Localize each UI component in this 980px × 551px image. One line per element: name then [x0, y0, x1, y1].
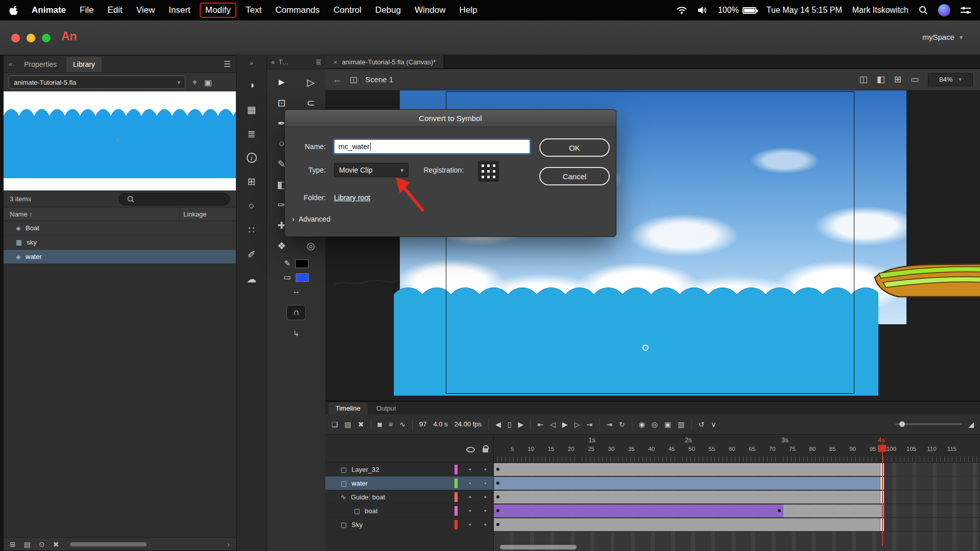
layer-lock-dot[interactable]: • [484, 493, 487, 501]
keyframe-dot[interactable] [496, 468, 499, 471]
registration-grid[interactable] [478, 161, 499, 182]
loop-button[interactable]: ↻ [619, 420, 625, 428]
layer-lock-dot[interactable]: • [484, 507, 487, 515]
folder-value-link[interactable]: Library root [334, 194, 370, 202]
cc-libraries-icon[interactable]: ☁ [247, 273, 256, 285]
lasso-tool[interactable]: ⊂ [307, 97, 315, 109]
tab-properties[interactable]: Properties [17, 57, 63, 72]
grid-icon[interactable]: ⊞ [894, 74, 901, 85]
transform-panel-icon[interactable]: ⊞ [248, 176, 256, 187]
library-search-input[interactable] [118, 193, 230, 205]
layer-lock-dot[interactable]: • [484, 480, 487, 487]
menubar-user[interactable]: Mark Itskowitch [852, 6, 909, 15]
library-item-boat[interactable]: ◈ Boat [4, 221, 236, 235]
tab-timeline[interactable]: Timeline [328, 402, 368, 414]
new-folder-button[interactable]: ▤ [345, 420, 351, 428]
frame-span[interactable] [494, 463, 884, 476]
library-item-water[interactable]: ◈ water [4, 250, 236, 264]
new-layer-button[interactable]: ❏ [331, 420, 338, 428]
new-folder-button[interactable]: ▤ [24, 540, 31, 548]
frames-row-layer32[interactable] [494, 463, 980, 476]
layer-color-swatch[interactable] [455, 520, 458, 530]
zoom-tool[interactable]: ◎ [306, 240, 315, 252]
library-document-select[interactable]: animate-Tutorial-5.fla ▾ [9, 76, 185, 89]
selected-frame-span[interactable] [494, 477, 884, 490]
play-button[interactable]: ▶ [562, 420, 568, 428]
new-symbol-button[interactable]: ⊞ [10, 540, 16, 548]
spotlight-icon[interactable] [919, 6, 928, 15]
extend-frames-button[interactable]: ⇥ [606, 420, 612, 428]
frame-span[interactable] [494, 491, 884, 504]
onion-skin-button[interactable]: ◉ [639, 420, 645, 428]
swap-colors-icon[interactable]: ↔ [293, 286, 300, 295]
next-frame-button[interactable]: ▷ [575, 420, 580, 428]
control-center-icon[interactable] [961, 7, 971, 14]
menu-debug[interactable]: Debug [375, 5, 401, 15]
info-panel-icon[interactable]: i [247, 153, 257, 163]
minimize-window-button[interactable] [27, 34, 35, 42]
menu-modify[interactable]: Modify [200, 3, 236, 18]
onion-range-button[interactable]: ▥ [678, 420, 684, 428]
transformation-point[interactable] [642, 345, 649, 351]
keyframe-dot[interactable] [496, 495, 499, 498]
workspace-switcher[interactable]: mySpace ▾ [922, 33, 963, 41]
subselection-tool[interactable]: ▷ [307, 77, 315, 88]
user-avatar[interactable] [938, 4, 950, 16]
current-frame-value[interactable]: 97 [419, 420, 426, 428]
menu-text[interactable]: Text [246, 5, 261, 15]
clip-content-icon[interactable]: ▭ [911, 74, 919, 85]
menu-file[interactable]: File [80, 5, 93, 15]
layer-color-swatch[interactable] [455, 506, 458, 516]
boat-symbol[interactable] [872, 262, 980, 303]
history-panel-icon[interactable]: ○ [249, 200, 254, 211]
collapse-panel-icon[interactable]: « [9, 60, 12, 68]
menu-insert[interactable]: Insert [169, 5, 190, 15]
layer-visibility-dot[interactable]: • [469, 466, 471, 473]
tab-output[interactable]: Output [369, 402, 403, 414]
volume-icon[interactable] [698, 6, 708, 14]
edit-multiple-frames-button[interactable]: ▣ [664, 420, 671, 428]
return-icon[interactable]: ↳ [293, 329, 300, 338]
advanced-disclosure[interactable]: › Advanced [292, 215, 330, 223]
free-transform-tool[interactable]: ⊡ [278, 97, 286, 109]
swatches-panel-icon[interactable]: ▦ [247, 104, 256, 115]
frame-span[interactable] [783, 505, 884, 517]
prev-frame-button[interactable]: ◁ [550, 420, 556, 428]
cancel-button[interactable]: Cancel [539, 167, 610, 185]
close-window-button[interactable] [11, 34, 20, 42]
delete-layer-button[interactable]: ✖ [358, 420, 364, 428]
frame-span[interactable] [494, 518, 884, 531]
menu-control[interactable]: Control [333, 5, 362, 15]
menu-view[interactable]: View [136, 5, 155, 15]
timeline-options-icon[interactable]: ∨ [711, 420, 716, 428]
layer-row-sky[interactable]: ▢ Sky • • [325, 518, 493, 532]
back-arrow-icon[interactable]: ← [332, 74, 342, 85]
menu-commands[interactable]: Commands [275, 5, 320, 15]
layer-color-swatch[interactable] [455, 465, 458, 474]
snap-to-objects-button[interactable]: ∩ [286, 305, 306, 320]
symbol-name-input[interactable]: mc_water [334, 139, 530, 154]
layer-lock-dot[interactable]: • [484, 521, 487, 529]
menu-edit[interactable]: Edit [107, 5, 122, 15]
battery-indicator[interactable]: 100% [718, 6, 756, 15]
onion-skin-outline-button[interactable]: ◎ [652, 420, 658, 428]
layer-row-guide-boat[interactable]: ∿ Guide: boat • • [325, 490, 493, 504]
keyframe-dot[interactable] [496, 523, 499, 526]
step-forward-button[interactable]: ▶ [518, 420, 524, 428]
edit-scene-icon[interactable]: ◫ [859, 74, 868, 85]
menu-help[interactable]: Help [459, 5, 477, 15]
layer-color-swatch[interactable] [455, 478, 458, 488]
timeline-zoom-slider[interactable] [895, 423, 962, 425]
ok-button[interactable]: OK [539, 138, 610, 157]
layer-row-boat[interactable]: ▢ boat • • [325, 504, 493, 518]
brush-library-panel-icon[interactable]: ∷ [248, 224, 254, 236]
expand-panels-icon[interactable]: » [250, 59, 253, 67]
layer-row-layer32[interactable]: ▢ Layer_32 • • [325, 463, 493, 476]
panel-menu-icon[interactable]: ☰ [316, 59, 321, 66]
tab-library[interactable]: Library [66, 57, 102, 72]
playhead[interactable] [882, 444, 883, 546]
frame-rate-value[interactable]: 24.00 fps [455, 420, 482, 428]
layer-visibility-dot[interactable]: • [469, 493, 471, 501]
hand-tool[interactable]: ❖ [277, 240, 286, 252]
last-frame-button[interactable]: ⇥ [586, 420, 592, 428]
